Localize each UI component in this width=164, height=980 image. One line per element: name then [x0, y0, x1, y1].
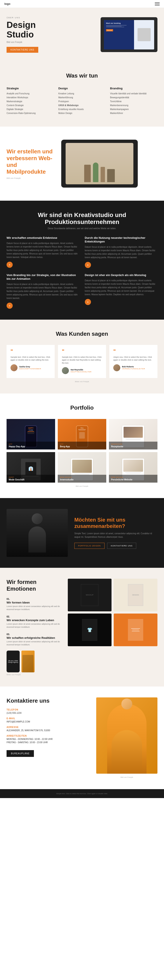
portfolio-item-5[interactable]: WEB-DESIGN Persönliche Website	[109, 452, 158, 483]
portfolio-button[interactable]: PORTFOLIO ZEIGEN	[74, 543, 105, 549]
values-title: Wir formen Emotionen	[6, 579, 61, 592]
value-item-2: 03. Wir schaffen erfolgreiche Realitäten…	[6, 633, 61, 646]
contact-cta-button[interactable]: BUREAUPLÄNE	[6, 750, 34, 757]
hero-image: Meet our booking Book now	[82, 17, 158, 52]
hero-laptop-screen: Meet our booking Book now	[104, 20, 154, 49]
contact-phone-row: TELEFON (123) 555-1234	[6, 708, 90, 714]
contact-person-image	[96, 697, 158, 774]
author-name-2: Bob Roberts	[122, 366, 145, 368]
creative-item-3: Design ist eher ein Gespräch als ein Mon…	[85, 274, 158, 309]
service-branding-list: Visuelle Identität und verbale Identität…	[110, 92, 158, 115]
avatar-0	[11, 364, 18, 371]
val-img-2: 👕	[68, 614, 111, 646]
portfolio-item-4[interactable]: WEB-DESIGN Innensstudio	[58, 452, 106, 483]
creative-grid: Wir erschaffen emotionale Erlebnisse Dat…	[6, 236, 158, 309]
testimonial-text-1: Sample text. Click to select the text bo…	[62, 356, 102, 365]
portfolio-overlay-2: WEBDESIGN Rezeptseite	[109, 442, 158, 449]
hamburger-menu[interactable]	[155, 2, 160, 5]
contact-hours-label: ARBEITSZEITEN	[6, 735, 90, 737]
cta-buttons: PORTFOLIO ZEIGEN KONTAKTIERE UNS	[74, 543, 158, 549]
cta-image	[6, 509, 68, 557]
creative-item-0: Wir erschaffen emotionale Erlebnisse Dat…	[6, 236, 79, 268]
improve-credit: Bild von Freepik	[6, 177, 55, 179]
service-design-title: Design	[58, 87, 106, 90]
portfolio-overlay-5: WEB-DESIGN Persönliche Website	[109, 475, 158, 483]
contact-email-label: E-MAIL	[6, 717, 90, 720]
improve-title: Wir erstellen und verbessern Web- und Mo…	[6, 148, 55, 175]
laptop-mockup	[61, 140, 138, 188]
contact-email-value: INFO@EXAMPLE.COM	[6, 720, 90, 723]
hero-cta-button[interactable]: KONTAKTIERE UNS	[6, 47, 38, 53]
value-item-1: 02. Wir erwecken Konzepte zum Leben Lore…	[6, 615, 61, 628]
service-col-design: Design Kreative Leitung Markenführung Pr…	[58, 87, 106, 116]
testimonial-1: " Sample text. Click to select the text …	[58, 345, 106, 378]
cta-text: Möchten Sie mit uns zusammenarbeiten? Si…	[74, 517, 158, 549]
testimonials-section: Was Kunden sagen " Sample text. Click to…	[0, 320, 164, 394]
hero-laptop: Meet our booking Book now	[101, 17, 158, 52]
contact-email-row: E-MAIL INFO@EXAMPLE.COM	[6, 717, 90, 723]
testimonial-text-0: Sample text. Click to select the text bo…	[11, 356, 51, 362]
contact-button[interactable]: KONTAKTIERE UNS	[107, 543, 136, 549]
val-img-3	[114, 614, 158, 646]
hero-subtitle: Bild von Freepik	[6, 41, 82, 43]
improve-image	[61, 140, 158, 188]
portfolio-section: Portfolio HAPPY YOUNG APP Happy Day-App	[0, 393, 164, 498]
contact-phone-value: (123) 555-1234	[6, 711, 90, 714]
contact-address-value: ALEXANDER, 25, MANYAKTOM 576, 51830	[6, 729, 90, 732]
author-role-1: HAUPTBUCHHALTER	[71, 371, 92, 373]
creative-title: Wir sind ein Kreativstudio und Produktio…	[6, 212, 158, 226]
portfolio-overlay-4: WEB-DESIGN Innensstudio	[58, 475, 106, 483]
footer-text: Simple text. Click to select the text bo…	[4, 792, 160, 795]
header: logo	[0, 0, 164, 8]
val-img-1: DESIGN	[114, 579, 158, 611]
portfolio-overlay-3: SHOP Mode Geschäft	[6, 475, 55, 483]
creative-icon-2[interactable]: +	[6, 302, 13, 309]
cta-title: Möchten Sie mit uns zusammenarbeiten?	[74, 517, 158, 530]
person-figure	[107, 704, 146, 774]
logo: logo	[4, 2, 10, 5]
testimonial-author-0: Sasha Grey GESCHÄFTSINHABER	[11, 364, 51, 371]
improve-section: Wir erstellen und verbessern Web- und Mo…	[0, 127, 164, 200]
service-col-strategy: Strategie Analytik und Forschung Interak…	[6, 87, 54, 116]
values-text: Wir formen Emotionen 01. Wir formen Idee…	[6, 579, 61, 676]
contact-credit: Bild von Freepik	[96, 776, 158, 778]
contact-section: Kontaktiere uns TELEFON (123) 555-1234 E…	[0, 687, 164, 789]
creative-item-1: Durch die Nutzung neuester technologisch…	[85, 236, 158, 268]
portfolio-credit: Bild von Freepik	[6, 485, 158, 487]
creative-icon-3[interactable]: +	[85, 299, 91, 305]
hero-title: Design Studio	[6, 20, 82, 39]
services-section: Was wir tun Strategie Analytik und Forsc…	[0, 62, 164, 127]
portfolio-item-1[interactable]: Berg APP Berg-App	[58, 419, 106, 449]
value-item-0: 01. Wir formen Ideen Lorem ipsum dolor s…	[6, 598, 61, 611]
quote-mark-2: "	[113, 349, 153, 354]
testimonials-credit: Bilder von Freepik	[6, 381, 158, 383]
testimonials-grid: " Sample text. Click to select the text …	[6, 345, 158, 378]
portfolio-overlay-0: APP Happy Day-App	[6, 442, 55, 449]
cta-section: Möchten Sie mit uns zusammenarbeiten? Si…	[0, 498, 164, 568]
portfolio-title: Portfolio	[6, 404, 158, 411]
hero-over-label: ÜBER UNS	[6, 17, 82, 19]
creative-section: Wir sind ein Kreativstudio und Produktio…	[0, 200, 164, 320]
portfolio-item-3[interactable]: 👔 SHOP Mode Geschäft	[6, 452, 55, 483]
values-section: Wir formen Emotionen 01. Wir formen Idee…	[0, 568, 164, 687]
portfolio-item-0[interactable]: HAPPY YOUNG APP Happy Day-App	[6, 419, 55, 449]
values-credit: Bilder von Freepik	[6, 674, 61, 676]
service-branding-title: Branding	[110, 87, 158, 90]
testimonial-author-2: Bob Roberts VERWALTUNGSLEITER	[113, 364, 153, 371]
contact-phone-label: TELEFON	[6, 708, 90, 711]
contact-person: Bild von Freepik	[96, 697, 158, 778]
author-name-0: Sasha Grey	[19, 366, 41, 368]
service-strategy-title: Strategie	[6, 87, 54, 90]
portfolio-item-2[interactable]: WEBDESIGN Rezeptseite	[109, 419, 158, 449]
values-images: MOCKUP DESIGN 👕	[68, 579, 158, 676]
testimonial-0: " Sample text. Click to select the text …	[6, 345, 55, 378]
creative-icon-0[interactable]: +	[6, 262, 13, 268]
services-title: Was wir tun	[6, 72, 158, 79]
portfolio-grid: HAPPY YOUNG APP Happy Day-App Berg	[6, 419, 158, 483]
creative-icon-1[interactable]: +	[85, 262, 91, 268]
service-design-list: Kreative Leitung Markenführung Prototype…	[58, 92, 106, 115]
contact-address-row: ADRESSE ALEXANDER, 25, MANYAKTOM 576, 51…	[6, 726, 90, 732]
avatar-1	[62, 367, 69, 374]
contact-title: Kontaktiere uns	[6, 697, 90, 704]
testimonial-author-1: Nat Reynolds HAUPTBUCHHALTER	[62, 367, 102, 374]
